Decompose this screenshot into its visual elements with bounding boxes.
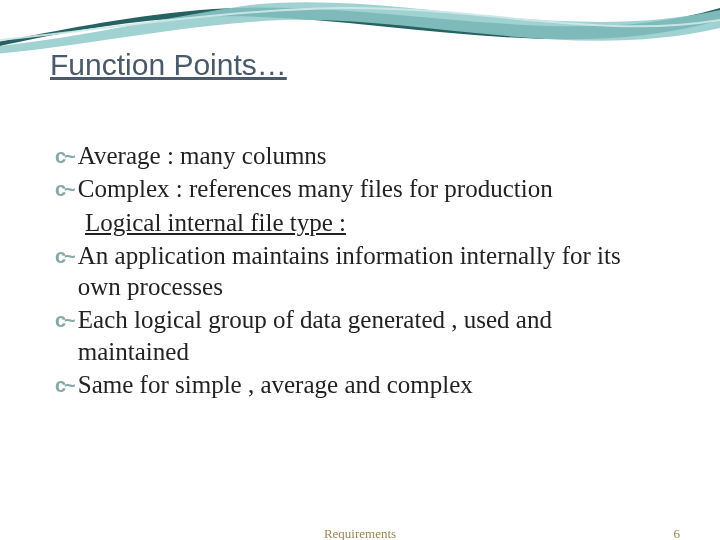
content-body: c~ Average : many columns c~ Complex : r… [55, 140, 665, 402]
bullet-icon: c~ [55, 308, 74, 333]
bullet-text: Complex : references many files for prod… [78, 173, 665, 204]
list-item: c~ Same for simple , average and complex [55, 369, 665, 400]
bullet-text: An application maintains information int… [78, 240, 665, 303]
list-item: c~ Each logical group of data generated … [55, 304, 665, 367]
bullet-text: Same for simple , average and complex [78, 369, 665, 400]
bullet-icon: c~ [55, 177, 74, 202]
bullet-text: Each logical group of data generated , u… [78, 304, 665, 367]
title-area: Function Points… [50, 48, 287, 82]
page-number: 6 [674, 526, 681, 540]
bullet-icon: c~ [55, 144, 74, 169]
list-item: c~ Average : many columns [55, 140, 665, 171]
list-item: c~ Complex : references many files for p… [55, 173, 665, 204]
bullet-text: Average : many columns [78, 140, 665, 171]
list-item-continuation: Logical internal file type : [85, 207, 665, 238]
slide-title: Function Points… [50, 48, 287, 82]
bullet-icon: c~ [55, 373, 74, 398]
footer-label: Requirements [324, 526, 396, 540]
subheading: Logical internal file type : [85, 209, 346, 236]
list-item: c~ An application maintains information … [55, 240, 665, 303]
bullet-icon: c~ [55, 244, 74, 269]
